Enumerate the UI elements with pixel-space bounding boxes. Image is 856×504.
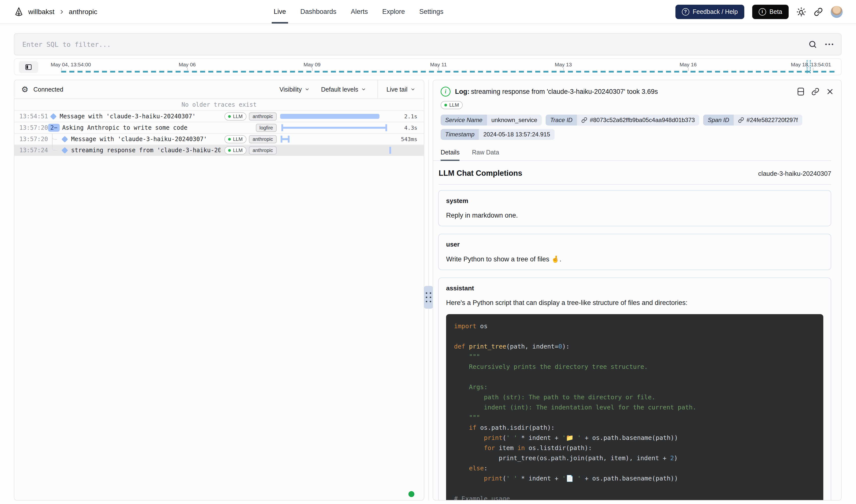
trace-tag-anthropic[interactable]: anthropic	[249, 112, 277, 121]
user-avatar[interactable]	[831, 6, 843, 18]
code-token	[454, 475, 484, 482]
timeline-tick	[61, 68, 62, 71]
trace-label: streaming response from 'claude-3-haiku-…	[71, 147, 221, 154]
collapse-count-badge[interactable]: 2−	[48, 124, 60, 132]
code-block: import os def print_tree(path, indent=0)…	[446, 314, 823, 501]
code-token: )	[674, 454, 678, 462]
span-detail-panel: i Log:streaming response from 'claude-3-…	[433, 80, 842, 501]
span-diamond-icon	[50, 113, 57, 120]
duration-bar	[281, 127, 387, 129]
trace-label: Message with 'claude-3-haiku-20240307'	[60, 113, 196, 120]
tag-label: LLM	[233, 147, 243, 153]
message-card-system: systemReply in markdown one.	[438, 190, 831, 226]
trace-row[interactable]: 13:57:20Message with 'claude-3-haiku-202…	[14, 133, 424, 145]
tab-raw-data[interactable]: Raw Data	[472, 149, 499, 160]
timeline-date-label: May 18, 13:54:01	[791, 61, 831, 68]
trace-tags: LLManthropic	[224, 146, 277, 155]
code-token: """	[454, 414, 480, 421]
code-token: if	[469, 424, 476, 431]
tab-settings[interactable]: Settings	[419, 0, 443, 23]
trace-tag-llm[interactable]: LLM	[224, 146, 246, 155]
beta-button[interactable]: i Beta	[752, 5, 789, 19]
code-token: :	[484, 465, 487, 472]
trace-row[interactable]: 13:57:24streaming response from 'claude-…	[14, 145, 424, 156]
code-line: indent (int): The indentation level for …	[454, 402, 815, 412]
code-token: print_tree	[469, 343, 506, 350]
no-older-traces-message: No older traces exist	[14, 99, 424, 110]
trace-row[interactable]: 13:57:202−Asking Anthropic to write some…	[14, 122, 424, 133]
tab-live[interactable]: Live	[274, 0, 286, 23]
meta-value[interactable]: #24fe5822720f297f	[734, 114, 802, 126]
timeline-track[interactable]: May 04, 13:54:00May 06May 09May 11May 13…	[47, 59, 837, 75]
navbar: willbakst anthropic LiveDashboardsAlerts…	[0, 0, 856, 24]
code-token: in	[518, 444, 525, 451]
code-token: ' '	[506, 475, 518, 482]
tag-label: LLM	[233, 114, 243, 119]
trace-tag-anthropic[interactable]: anthropic	[249, 135, 277, 143]
green-dot-icon	[228, 138, 231, 141]
live-tail-dropdown[interactable]: Live tail	[378, 80, 424, 98]
search-icon[interactable]	[808, 40, 817, 49]
message-text: Here's a Python script that can display …	[446, 299, 823, 307]
code-token: (	[503, 475, 506, 482]
tab-explore[interactable]: Explore	[382, 0, 405, 23]
trace-label: Asking Anthropic to write some code	[62, 124, 188, 131]
section-divider	[439, 184, 831, 185]
feedback-help-button[interactable]: ? Feedback / Help	[676, 5, 744, 19]
trace-tag-llm[interactable]: LLM	[224, 112, 246, 121]
span-diamond-icon	[62, 136, 68, 143]
code-token: Recursively prints the directory tree st…	[454, 363, 648, 370]
duration-bar	[280, 114, 380, 119]
breadcrumb-org[interactable]: willbakst	[28, 8, 54, 16]
tab-alerts[interactable]: Alerts	[351, 0, 368, 23]
message-role: system	[446, 197, 823, 205]
code-token: (	[503, 434, 506, 442]
sql-filter-input[interactable]	[22, 41, 808, 48]
meta-value-text: #8073c52a62ffb9ba05c4aa948d01b373	[590, 116, 695, 124]
code-token: for	[484, 444, 495, 451]
link-icon	[738, 117, 744, 123]
trace-label: Message with 'claude-3-haiku-20240307'	[71, 136, 207, 143]
info-circle-icon: i	[759, 8, 766, 16]
trace-tag-anthropic[interactable]: anthropic	[249, 146, 277, 155]
trace-tag-llm[interactable]: LLM	[224, 135, 246, 143]
panel-resize-handle[interactable]	[424, 286, 433, 309]
breadcrumb-project[interactable]: anthropic	[69, 8, 97, 16]
message-role: assistant	[446, 284, 823, 292]
visibility-dropdown[interactable]: Visibility	[279, 86, 310, 93]
code-token: path (str): The path to the directory or…	[454, 394, 656, 401]
dock-panel-icon[interactable]	[797, 87, 804, 96]
question-circle-icon: ?	[682, 8, 689, 16]
code-token: (path, indent=	[506, 343, 559, 350]
sql-filter-bar	[14, 33, 842, 55]
logfire-logo-icon[interactable]	[14, 7, 24, 17]
tree-connector	[47, 145, 58, 156]
code-line: import os	[454, 321, 815, 331]
theme-toggle-icon[interactable]	[797, 7, 806, 17]
code-token	[454, 465, 469, 472]
code-line	[454, 484, 815, 493]
chevron-down-icon	[410, 87, 415, 92]
trace-time: 13:57:24	[19, 147, 47, 154]
meta-value[interactable]: #8073c52a62ffb9ba05c4aa948d01b373	[577, 114, 699, 126]
tab-details[interactable]: Details	[441, 149, 459, 160]
share-link-icon[interactable]	[814, 7, 823, 16]
trace-row[interactable]: 13:54:51Message with 'claude-3-haiku-202…	[14, 110, 424, 122]
code-line: Args:	[454, 382, 815, 392]
timeline-tick	[563, 68, 564, 71]
duration-bar	[389, 147, 391, 154]
tab-dashboards[interactable]: Dashboards	[300, 0, 337, 23]
code-line	[454, 331, 815, 341]
copy-link-icon[interactable]	[811, 88, 819, 95]
trace-tag-logfire[interactable]: logfire	[256, 124, 277, 132]
close-icon[interactable]	[826, 88, 834, 95]
meta-value: unknown_service	[487, 114, 542, 126]
code-token: else	[469, 465, 484, 472]
default-levels-dropdown[interactable]: Default levels	[321, 86, 366, 93]
code-token	[454, 424, 469, 431]
timeline-date-label: May 11	[430, 61, 447, 68]
gear-icon[interactable]: ⚙	[21, 85, 29, 94]
more-options-icon[interactable]	[825, 43, 833, 45]
sidebar-toggle-button[interactable]	[19, 61, 38, 73]
timeline-tick	[688, 68, 688, 71]
